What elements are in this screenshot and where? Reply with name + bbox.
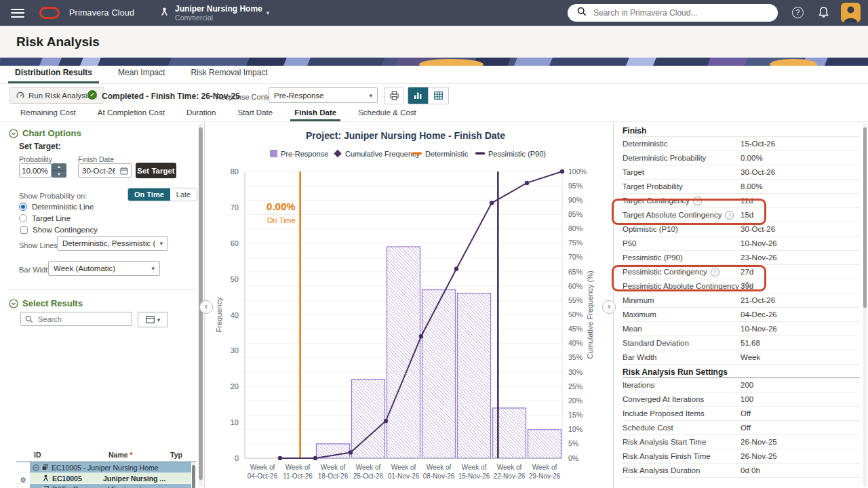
radio-selected-icon[interactable] xyxy=(19,203,27,211)
chevron-down-icon: ▾ xyxy=(159,240,163,247)
bar-width-select[interactable]: Week (Automatic) ▾ xyxy=(48,261,160,276)
radio-icon[interactable] xyxy=(19,214,27,222)
legend-label: Pre-Response xyxy=(281,150,328,158)
chevron-down-icon: ▾ xyxy=(151,265,155,272)
main-tabs: Distribution ResultsMean ImpactRisk Remo… xyxy=(0,66,868,84)
results-search-input[interactable] xyxy=(37,314,121,324)
stat-value: 39d xyxy=(741,282,753,290)
finish-section-title: Finish xyxy=(623,123,860,137)
print-button[interactable] xyxy=(384,87,404,104)
table-grid-icon xyxy=(434,92,443,100)
svg-text:Week of: Week of xyxy=(462,464,487,471)
histogram-bar-15-Nov-26 xyxy=(458,293,491,458)
svg-text:40: 40 xyxy=(231,311,239,319)
calendar-icon[interactable] xyxy=(120,167,128,176)
svg-text:50%: 50% xyxy=(568,310,583,319)
histogram-bar-29-Nov-26 xyxy=(528,430,561,458)
results-table-header: ID Name * Typ xyxy=(16,451,197,462)
help-icon[interactable]: ? xyxy=(792,7,804,18)
primavera-risk-analysis-app: Primavera Cloud Juniper Nursing Home Com… xyxy=(0,0,868,488)
tab-start-date[interactable]: Start Date xyxy=(233,106,277,121)
tab-duration[interactable]: Duration xyxy=(182,106,220,121)
tab-finish-date[interactable]: Finish Date xyxy=(290,106,340,121)
stat-label: Optimistic (P10) xyxy=(623,225,678,233)
stat-label: Converged At Iterations xyxy=(623,395,704,403)
stepper-up-icon[interactable]: ▲ xyxy=(52,163,66,171)
stat-row-pessimistic-p90: Pessimistic (P90)23-Nov-26 xyxy=(623,251,860,265)
svg-text:Week of: Week of xyxy=(497,464,522,471)
tab-remaining-cost[interactable]: Remaining Cost xyxy=(16,106,80,121)
cumulative-point xyxy=(454,267,458,271)
stat-label: Maximum xyxy=(623,310,656,319)
stat-value: Week xyxy=(741,353,760,361)
tab-mean-impact[interactable]: Mean Impact xyxy=(111,64,172,83)
details-scrollbar[interactable] xyxy=(863,123,867,487)
tab-schedule-cost[interactable]: Schedule & Cost xyxy=(354,106,420,121)
stat-row-risk-analysis-start-time: Risk Analysis Start Time26-Nov-25 xyxy=(623,435,860,449)
notifications-bell-icon[interactable] xyxy=(818,6,829,21)
tree-vertical-scrollbar[interactable] xyxy=(192,462,195,488)
svg-text:0%: 0% xyxy=(568,454,578,462)
hamburger-menu-icon[interactable] xyxy=(11,6,24,20)
target-line-option[interactable]: Target Line xyxy=(19,214,71,222)
tree-row-ec10005-juniper-nursing-home[interactable]: EC10005 - Juniper Nursing Home xyxy=(30,462,191,473)
select-results-section-header[interactable]: Select Results xyxy=(9,298,83,308)
stat-value: Off xyxy=(741,409,751,418)
tree-row-ec10005[interactable]: EC10005Juniper Nursing ... xyxy=(30,473,191,484)
probability-label: Probability xyxy=(19,155,52,163)
global-search-input[interactable] xyxy=(592,7,757,18)
row-settings-gear-icon[interactable]: ⚙ xyxy=(20,476,26,484)
stat-value: 23-Nov-26 xyxy=(741,253,777,262)
probability-field xyxy=(19,163,52,178)
tree-row-d-e-design-and-engineering[interactable]: D&E - Design and Engineering xyxy=(30,484,191,488)
deterministic-line-option[interactable]: Deterministic Line xyxy=(19,203,94,211)
on-time-late-toggle: On Time Late xyxy=(127,188,197,201)
probability-input[interactable] xyxy=(20,164,51,177)
collapse-right-panel-button[interactable]: › xyxy=(602,300,616,314)
row-label: D&E - Design and Engineering xyxy=(52,485,149,488)
stat-label: Target Probability xyxy=(623,182,683,190)
finish-date-input[interactable] xyxy=(79,164,117,177)
info-icon[interactable]: ? xyxy=(725,211,734,220)
collapse-left-panel-button[interactable]: ‹ xyxy=(199,300,213,314)
stat-row-deterministic-probability: Deterministic Probability0.00% xyxy=(623,151,860,165)
user-avatar[interactable] xyxy=(841,3,861,22)
stat-value: 200 xyxy=(741,381,753,389)
checkbox-icon[interactable] xyxy=(20,226,28,234)
stat-row-p50: P5010-Nov-26 xyxy=(623,237,860,251)
chart-title: Project: Juniper Nursing Home - Finish D… xyxy=(306,130,505,141)
table-view-toggle[interactable] xyxy=(428,87,448,104)
toolbar: Run Risk Analysis... ✓ Completed - Finis… xyxy=(0,84,868,106)
late-toggle[interactable]: Late xyxy=(170,188,197,201)
bar-chart-icon xyxy=(414,92,422,100)
set-target-label: Set Target: xyxy=(19,142,61,151)
chart-view-toggle[interactable] xyxy=(408,87,428,104)
tab-risk-removal-impact[interactable]: Risk Removal Impact xyxy=(184,64,274,83)
stat-label: Pessimistic Contingency xyxy=(623,268,707,276)
show-contingency-option[interactable]: Show Contingency xyxy=(20,226,98,234)
project-switcher[interactable]: Juniper Nursing Home Commercial ▾ xyxy=(160,5,269,22)
info-icon[interactable]: ? xyxy=(711,268,719,277)
tab-distribution-results[interactable]: Distribution Results xyxy=(8,64,99,83)
response-context-select[interactable]: Pre-Response ▾ xyxy=(269,87,378,103)
set-target-button[interactable]: Set Target xyxy=(136,163,176,178)
on-time-toggle[interactable]: On Time xyxy=(128,188,170,201)
svg-text:35%: 35% xyxy=(568,353,583,361)
finish-date-label: Finish Date xyxy=(78,155,114,163)
svg-text:100%: 100% xyxy=(568,167,587,176)
layout-options-button[interactable]: ▾ xyxy=(138,312,168,327)
stat-value: 15d xyxy=(741,211,753,219)
info-icon[interactable]: ? xyxy=(693,197,702,205)
stat-row-converged-at-iterations: Converged At Iterations100 xyxy=(623,392,860,407)
stat-value: 26-Nov-25 xyxy=(741,452,777,460)
svg-text:75%: 75% xyxy=(568,239,583,247)
section-divider xyxy=(8,289,197,290)
stepper-down-icon[interactable]: ▼ xyxy=(52,171,66,178)
tab-at-completion-cost[interactable]: At Completion Cost xyxy=(94,106,169,121)
stat-label: Pessimistic Absolute Contingency xyxy=(623,282,739,290)
chart-options-section-header[interactable]: Chart Options xyxy=(9,128,81,138)
svg-text:22-Nov-26: 22-Nov-26 xyxy=(494,472,526,480)
stat-row-iterations: Iterations200 xyxy=(623,378,860,392)
finish-date-field xyxy=(78,163,132,178)
show-lines-select[interactable]: Deterministic, Pessimistic (... ▾ xyxy=(57,236,168,251)
